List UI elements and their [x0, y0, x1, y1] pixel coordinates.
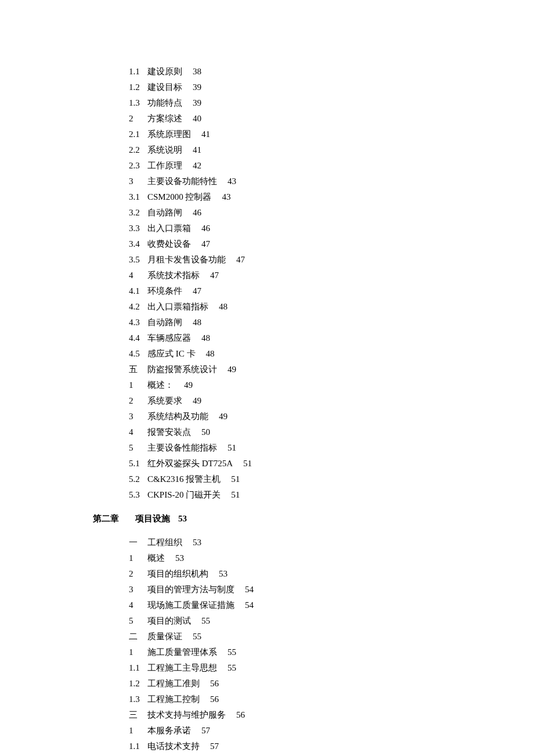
toc-entry: 3.5月租卡发售设备功能47: [129, 252, 499, 268]
toc-page: 1.1建设原则381.2建设目标391.3功能特点392方案综述402.1系统原…: [0, 0, 534, 756]
toc-entry-page: 38: [193, 64, 201, 80]
toc-entry-title: 主要设备性能指标: [147, 440, 217, 456]
toc-entry-number: 2: [129, 393, 147, 409]
toc-entry-number: 3: [129, 582, 147, 597]
toc-entry: 三技术支持与维护服务56: [129, 707, 499, 723]
toc-entry-page: 49: [193, 393, 201, 409]
toc-entry-title: 工程施工准则: [147, 676, 200, 692]
toc-entry-page: 57: [201, 723, 210, 739]
toc-entry-number: 5: [129, 440, 147, 456]
toc-entry: 二质量保证55: [129, 629, 499, 645]
toc-entry: 2项目的组织机构53: [129, 566, 499, 582]
toc-entry-page: 57: [210, 739, 219, 754]
toc-entry-number: 1.3: [129, 692, 147, 707]
toc-entry-page: 42: [193, 158, 201, 174]
toc-entry: 2.2系统说明41: [129, 142, 499, 158]
toc-entry-title: 红外双鉴探头 DT725A: [147, 456, 233, 471]
toc-chapter-label: 第二章: [93, 511, 119, 527]
toc-entry: 5.1红外双鉴探头 DT725A51: [129, 456, 499, 471]
toc-entry: 3.2自动路闸46: [129, 205, 499, 221]
toc-entry-title: 功能特点: [147, 95, 182, 111]
toc-entry-number: 1.1: [129, 739, 147, 754]
toc-entry: 2.1系统原理图41: [129, 127, 499, 142]
toc-entry: 1本服务承诺57: [129, 723, 499, 739]
toc-entry-number: 1.1: [129, 660, 147, 676]
toc-chapter: 第二章项目设施53: [93, 511, 499, 527]
toc-entry-number: 5: [129, 613, 147, 629]
toc-entry-number: 4: [129, 424, 147, 440]
toc-entry-page: 54: [245, 597, 254, 613]
toc-entry-page: 43: [228, 174, 236, 189]
toc-entry-title: 建设目标: [147, 80, 182, 95]
toc-entry-number: 1.3: [129, 95, 147, 111]
toc-entry: 4.3自动路闸48: [129, 315, 499, 330]
toc-entry-title: 质量保证: [147, 629, 182, 645]
toc-entry-page: 56: [210, 692, 219, 707]
toc-entry-title: 出入口票箱指标: [147, 299, 208, 315]
toc-entry: 4.2出入口票箱指标48: [129, 299, 499, 315]
toc-entry-title: 环境条件: [147, 283, 182, 299]
toc-entry-page: 43: [222, 189, 230, 205]
toc-entry-page: 47: [236, 252, 245, 268]
toc-entry: 5.2C&K2316 报警主机51: [129, 471, 499, 487]
toc-entry-page: 39: [193, 95, 201, 111]
toc-entry-title: 系统说明: [147, 142, 182, 158]
toc-entry-title: CSM2000 控制器: [147, 189, 211, 205]
toc-entry-title: 工作原理: [147, 158, 182, 174]
toc-entry-number: 3.4: [129, 236, 147, 252]
toc-entry: 3项目的管理方法与制度54: [129, 582, 499, 597]
toc-entry-title: 施工质量管理体系: [147, 645, 217, 660]
toc-entry: 2方案综述40: [129, 111, 499, 127]
toc-entry-title: 工程施工主导思想: [147, 660, 217, 676]
toc-entry-title: 自动路闸: [147, 315, 182, 330]
toc-entry-title: 项目的测试: [147, 613, 191, 629]
toc-entry-number: 1: [129, 723, 147, 739]
toc-entry-number: 3.3: [129, 221, 147, 236]
toc-entry-page: 47: [210, 268, 219, 283]
toc-entry-page: 56: [236, 707, 245, 723]
toc-entry-title: 项目的组织机构: [147, 566, 208, 582]
toc-entry-title: 系统原理图: [147, 127, 191, 142]
toc-entry-title: C&K2316 报警主机: [147, 471, 221, 487]
toc-entry-page: 46: [201, 221, 210, 236]
toc-entry-number: 5.2: [129, 471, 147, 487]
toc-entry-number: 三: [129, 707, 147, 723]
toc-entry-title: 收费处设备: [147, 236, 191, 252]
toc-entry-title: 月租卡发售设备功能: [147, 252, 226, 268]
toc-entry-page: 55: [193, 629, 201, 645]
toc-entry: 一工程组织53: [129, 535, 499, 550]
toc-entry-number: 1.2: [129, 676, 147, 692]
toc-entry-title: 感应式 IC 卡: [147, 346, 196, 362]
toc-entry-number: 4.4: [129, 330, 147, 346]
toc-entry: 3系统结构及功能49: [129, 409, 499, 424]
toc-entry-number: 2.1: [129, 127, 147, 142]
toc-entry-number: 3.5: [129, 252, 147, 268]
toc-entry-number: 1: [129, 550, 147, 566]
toc-entry-page: 48: [219, 299, 228, 315]
toc-entry-title: 出入口票箱: [147, 221, 191, 236]
toc-entry: 5项目的测试55: [129, 613, 499, 629]
toc-entry-number: 3.2: [129, 205, 147, 221]
toc-entry-number: 4.5: [129, 346, 147, 362]
toc-entry: 4.4车辆感应器48: [129, 330, 499, 346]
toc-entry-number: 4: [129, 597, 147, 613]
toc-entry: 3.4收费处设备47: [129, 236, 499, 252]
toc-entry: 4现场施工质量保证措施54: [129, 597, 499, 613]
toc-entry: 1.2工程施工准则56: [129, 676, 499, 692]
toc-entry-title: 系统结构及功能: [147, 409, 208, 424]
toc-entry: 1.2建设目标39: [129, 80, 499, 95]
toc-entry: 4.5感应式 IC 卡48: [129, 346, 499, 362]
toc-entry-number: 2.2: [129, 142, 147, 158]
toc-entry-title: 工程施工控制: [147, 692, 200, 707]
toc-entry-page: 56: [210, 676, 219, 692]
toc-entry: 1概述：49: [129, 377, 499, 393]
toc-entry-title: 防盗报警系统设计: [147, 362, 217, 377]
toc-entry-page: 49: [228, 362, 236, 377]
toc-entry-title: 概述：: [147, 377, 174, 393]
toc-entry-number: 4: [129, 268, 147, 283]
toc-entry-title: 报警安装点: [147, 424, 191, 440]
toc-entry-title: 自动路闸: [147, 205, 182, 221]
toc-entry-number: 1.2: [129, 80, 147, 95]
toc-entry-page: 55: [201, 613, 210, 629]
toc-chapter-page: 53: [178, 511, 187, 527]
